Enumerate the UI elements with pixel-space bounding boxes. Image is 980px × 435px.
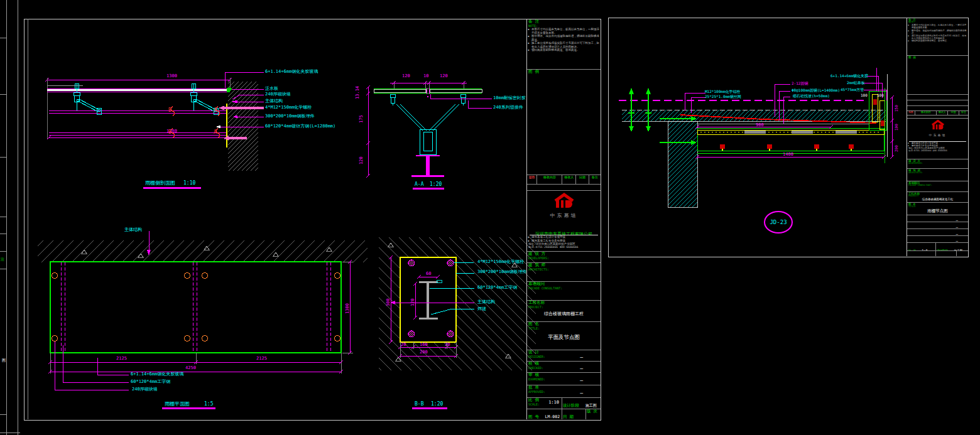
legend-box: 图 例 [527,69,601,175]
callout-tube: 45*75mm方管 [841,88,864,92]
callout-glass: 6+1.14+6mm钢化夹胶 [830,74,868,78]
note-label-cn: 备 注 [527,19,601,24]
cert-line: 建筑幕墙工程专业承包壹级 [527,239,601,243]
sheet-left-inner-border [28,19,28,419]
edge-tag: 注 [1,257,4,261]
field-title: 图 名 TITLE: 平面及节点图 [527,321,601,350]
sheet-title: 雨棚节点图 [907,208,968,214]
callout-screed: 细石砼找坡(h=50mm) [793,94,830,98]
dim-label: 2125 [116,357,127,361]
callout-anchor: 4*M12*150mm化学螺栓 [265,105,312,110]
drawing-scale: 1:10 [183,181,195,186]
notes-box: 备 注 NOTE: 本图尺寸均以毫米为单位，标高以米为单位，一般情况不得直接量取… [527,19,601,70]
company-name: 深圳市中东幕墙工程有限公司 [907,137,968,141]
dim-label: 100 [861,94,868,97]
dim-label: 175 [359,115,364,123]
dim-label: 200 [420,350,428,355]
dwgno-value: LM-002 [545,414,560,419]
drawing-title: A-A [415,182,423,187]
edge-tick [0,38,6,38]
status-label-cn: 设计阶段 [562,402,579,408]
field-value: — [580,355,583,360]
title-underline [162,407,215,409]
title-underline [412,407,447,409]
note-line: 施工单位须复核现场实际尺寸无误后方可下料加工，如有出入请及时通知设计人员协商解决… [527,41,601,48]
callout-plate: 300*200*10mm钢板埋件 [265,114,315,119]
dim-label: 13.14 [356,86,360,99]
field-examined: 审 核 EXAMINED: — [527,372,601,385]
dim-label: 300 [386,298,391,306]
callout-rebar: 2-12圆钢 [792,82,808,85]
section-marker-a: A [214,108,217,113]
edge-tick [0,217,6,217]
field-label-en: DEVELOPERS: [527,257,601,260]
callout-steel: 60*120*4mm工字钢 [477,286,517,290]
phone-line: 电话:0755-26666666 400-6666666 [907,149,968,152]
field-value: — [580,390,583,396]
field-label-en: DEVELOPERS: [907,163,968,165]
callout-steel: 60*120*4mm工字钢 [131,380,170,384]
callout-fitting: 240系列驳接件 [493,105,523,110]
field-label-en: APPROVED: [527,390,601,394]
edge-tick [0,251,6,252]
dim-label: 120 [440,74,448,78]
callout-glass: 6+1.14+6mm钢化夹胶玻璃 [265,70,318,74]
dim-label: 160 [420,343,428,347]
drawing-scale: 1:5 [204,402,213,407]
callout-sealant: 10mm耐候密封胶 [493,96,526,100]
section-marker-b: B [168,130,172,135]
field-label-en: ARCHITECTS: [527,268,601,272]
callout-glass: 6+1.14+6mm钢化夹胶玻璃 [131,372,183,377]
rev-col: 备注 [589,175,601,184]
rev-col: 修改内容 [915,110,937,115]
edge-tag: 图 [2,358,6,362]
drawing-title: 雨棚平面图 [165,402,190,407]
field-project: 工程名称 PROJECT: 综合楼玻璃雨棚工程 [527,300,601,322]
drawing-scale: 1:20 [430,182,442,187]
dim-label: 10 [423,74,428,78]
notes-box: 备 注 NOTE: 本图尺寸均以毫米为单位，标高以米为单位，一般情况不得直接量取… [907,18,968,56]
section-marker-b: B [168,108,172,113]
detail-bubble-label: JD-23 [770,219,787,225]
note-line: 钢结构表面刷防锈漆两道、面漆两道。 [907,40,968,42]
field-label-en: EXAMINED: [527,378,601,382]
company-name: 深圳市中东幕墙工程有限公司 [527,226,601,235]
field-approved: 批 准 APPROVED: — [527,385,601,398]
field-scale-status: 比 例 SCALE: 1:10 设计阶段 施工图 DWG.STATUS: [527,397,601,409]
callout-anchor: 4*M12*150mm化学螺栓 [477,260,524,264]
phone-line: 电话:0755-26666666 400-6666666 [527,245,601,249]
project-name: 综合楼玻璃雨棚改造工程 [907,198,968,201]
logo-box: 中东幕墙 [907,118,968,137]
logo-text: 中东幕墙 [527,212,601,219]
status-value: 施工图 [585,403,597,407]
title-block-right: 备 注 NOTE: 本图尺寸均以毫米为单位，标高以米为单位，一般情况不得直接量取… [906,18,968,256]
title-underline [143,187,201,189]
legend-label: 图 例 [527,69,601,75]
note-line: 本图尺寸均以毫米为单位，标高以米为单位，一般情况不得直接量取本图。 [907,24,968,29]
section-drawing [38,63,352,198]
rev-col: 修改人 [562,175,576,184]
callout-wall: 240厚砌块墙 [132,387,158,392]
scale-value: 1:10 [548,400,559,405]
dim-label: 100 [895,124,898,131]
field-title: 图 名 TITLE: 雨棚节点图 [907,202,968,215]
callout-weld: 焊缝 [477,307,486,311]
dwgno-label-cn: 图 号 [527,414,539,419]
callout-anchor: M12*100mm化学锚栓 [705,90,741,94]
callout-steel-tube: 60*120*4mm镀锌方钢(L=1280mm) [265,124,335,129]
edge-tick [0,432,20,433]
edge-tick [0,234,6,234]
field-architects: 建 筑 师 ARCHITECTS: [907,168,968,181]
aa-section-drawing [355,69,525,195]
field-label-en: DESIGNER: [527,355,601,359]
cert-line: 建筑幕墙工程专业承包壹级 [907,144,968,147]
field-label-en: FACADE CONSULTANT: [527,287,601,291]
rev-col: 版数 [907,110,915,115]
legend-box: 图 例 [907,55,968,95]
field-facade-consultant: 幕墙顾问 FACADE CONSULTANT: [527,281,601,301]
dim-label: 60 [426,272,431,276]
rev-col: 日期 [948,110,959,115]
rev-col: 日期 [576,175,589,184]
field-developers: 建 设 方 DEVELOPERS: [527,251,601,263]
dim-label: 1300 [346,303,350,314]
